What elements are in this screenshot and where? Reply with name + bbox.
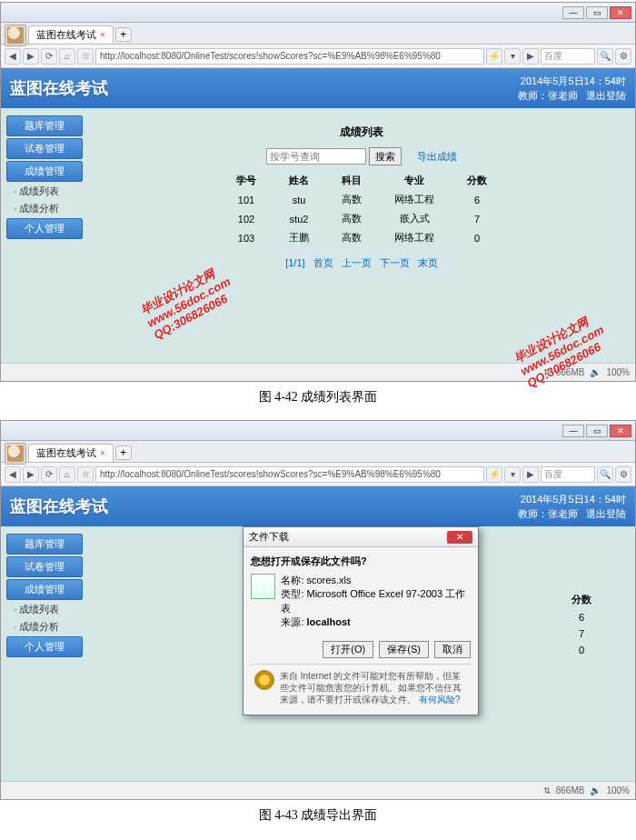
nav-back-icon[interactable]: ◀ bbox=[5, 466, 21, 483]
export-link[interactable]: 导出成绩 bbox=[417, 151, 457, 162]
dialog-title: 文件下载 bbox=[249, 530, 289, 544]
browser-tab[interactable]: 蓝图在线考试 × bbox=[28, 444, 114, 462]
pager: [1/1] 首页 上一页 下一页 末页 bbox=[97, 256, 626, 270]
dropdown-icon[interactable]: ▾ bbox=[504, 48, 521, 65]
score-table: 学号 姓名 科目 专业 分数 101stu高数网络工程6 102stu2高数嵌入… bbox=[220, 171, 503, 247]
sidebar-sub-score-list[interactable]: 成绩列表 bbox=[14, 602, 83, 617]
app-banner: 蓝图在线考试 2014年5月5日14：54时 教师：张老师 退出登陆 bbox=[1, 486, 635, 526]
nav-star-icon[interactable]: ☆ bbox=[77, 466, 94, 483]
col-major: 专业 bbox=[378, 171, 451, 190]
col-score: 分数 bbox=[451, 171, 503, 190]
excel-file-icon bbox=[251, 574, 275, 599]
sidebar-sub-score-list[interactable]: 成绩列表 bbox=[14, 184, 83, 199]
address-bar[interactable]: http://localhost:8080/OnlineTest/scores!… bbox=[95, 48, 484, 65]
teacher-label: 教师： bbox=[518, 90, 548, 101]
app-body: 题库管理 试卷管理 成绩管理 成绩列表 成绩分析 个人管理 分数 6 7 0 文… bbox=[1, 526, 635, 781]
nav-reload-icon[interactable]: ⟳ bbox=[41, 466, 57, 483]
pager-prev[interactable]: 上一页 bbox=[342, 257, 372, 268]
tab-title: 蓝图在线考试 bbox=[36, 28, 96, 42]
search-engine-box[interactable]: 百度 bbox=[541, 466, 595, 483]
dropdown-icon[interactable]: ▾ bbox=[504, 466, 521, 483]
play-icon[interactable]: ▶ bbox=[522, 48, 539, 65]
nav-star-icon[interactable]: ☆ bbox=[77, 48, 94, 65]
sidebar-item-scores[interactable]: 成绩管理 bbox=[6, 161, 83, 182]
pager-first[interactable]: 首页 bbox=[313, 257, 333, 268]
status-bar: ⇅ 866MB 🔉 100% bbox=[1, 781, 635, 799]
dialog-cancel-button[interactable]: 取消 bbox=[434, 641, 471, 658]
window-minimize[interactable]: — bbox=[562, 6, 584, 19]
sidebar-item-personal[interactable]: 个人管理 bbox=[6, 218, 83, 239]
status-sound-icon: 🔉 bbox=[590, 785, 601, 795]
sidebar-item-scores[interactable]: 成绩管理 bbox=[6, 579, 83, 600]
screenshot-1: — ▭ ✕ 蓝图在线考试 × + ◀ ▶ ⟳ ⌂ ☆ http://localh… bbox=[0, 2, 636, 382]
tab-close-icon[interactable]: × bbox=[100, 448, 105, 458]
avatar bbox=[5, 25, 26, 46]
tab-close-icon[interactable]: × bbox=[100, 30, 105, 40]
dialog-close-icon[interactable]: ✕ bbox=[447, 531, 472, 544]
table-row: 103王鹏高数网络工程0 bbox=[220, 228, 503, 247]
logout-link[interactable]: 退出登陆 bbox=[586, 90, 626, 101]
logout-link[interactable]: 退出登陆 bbox=[586, 508, 626, 519]
pager-next[interactable]: 下一页 bbox=[380, 257, 410, 268]
address-bar[interactable]: http://localhost:8080/OnlineTest/scores!… bbox=[95, 466, 484, 483]
settings-icon[interactable]: ⚙ bbox=[615, 466, 631, 483]
bolt-icon[interactable]: ⚡ bbox=[486, 48, 502, 65]
sidebar-sub-score-analysis[interactable]: 成绩分析 bbox=[14, 201, 83, 216]
dialog-save-button[interactable]: 保存(S) bbox=[379, 641, 429, 658]
status-zoom: 100% bbox=[606, 367, 630, 377]
browser-toolbar: ◀ ▶ ⟳ ⌂ ☆ http://localhost:8080/OnlineTe… bbox=[1, 45, 635, 68]
nav-home-icon[interactable]: ⌂ bbox=[59, 466, 75, 483]
dialog-risk-link[interactable]: 有何风险? bbox=[419, 695, 461, 705]
window-maximize[interactable]: ▭ bbox=[586, 6, 608, 19]
tab-title: 蓝图在线考试 bbox=[36, 446, 96, 460]
settings-icon[interactable]: ⚙ bbox=[615, 48, 631, 65]
app-body: 题库管理 试卷管理 成绩管理 成绩列表 成绩分析 个人管理 成绩列表 搜索 导出… bbox=[1, 108, 635, 363]
window-titlebar: — ▭ ✕ bbox=[1, 3, 635, 23]
browser-tab[interactable]: 蓝图在线考试 × bbox=[28, 25, 114, 44]
window-close[interactable]: ✕ bbox=[610, 425, 631, 437]
dialog-titlebar[interactable]: 文件下载 ✕ bbox=[243, 527, 478, 547]
search-icon[interactable]: 🔍 bbox=[597, 466, 613, 483]
sidebar-item-paper[interactable]: 试卷管理 bbox=[6, 556, 83, 577]
nav-back-icon[interactable]: ◀ bbox=[5, 48, 21, 65]
status-bar: ⇅ 866MB 🔉 100% bbox=[1, 363, 635, 381]
pager-last[interactable]: 末页 bbox=[418, 257, 438, 268]
app-title: 蓝图在线考试 bbox=[10, 77, 108, 99]
nav-forward-icon[interactable]: ▶ bbox=[23, 466, 39, 483]
sidebar-item-question-bank[interactable]: 题库管理 bbox=[6, 534, 83, 555]
dialog-open-button[interactable]: 打开(O) bbox=[323, 641, 373, 658]
sidebar-item-personal[interactable]: 个人管理 bbox=[6, 636, 83, 657]
window-maximize[interactable]: ▭ bbox=[586, 425, 608, 437]
search-input[interactable] bbox=[266, 148, 366, 165]
nav-reload-icon[interactable]: ⟳ bbox=[41, 48, 57, 65]
search-engine-box[interactable]: 百度 bbox=[541, 48, 595, 65]
watermark: 毕业设计论文网 www.56doc.com QQ:306826066 bbox=[138, 262, 239, 343]
search-button[interactable]: 搜索 bbox=[369, 147, 402, 165]
window-close[interactable]: ✕ bbox=[610, 6, 631, 19]
browser-tabbar: 蓝图在线考试 × + bbox=[1, 441, 635, 463]
bolt-icon[interactable]: ⚡ bbox=[486, 466, 502, 483]
tab-add-button[interactable]: + bbox=[115, 445, 132, 460]
sidebar-item-paper[interactable]: 试卷管理 bbox=[6, 138, 83, 159]
figure-caption-2: 图 4-43 成绩导出界面 bbox=[0, 807, 636, 824]
status-net-icon: ⇅ bbox=[543, 367, 551, 377]
teacher-label: 教师： bbox=[518, 508, 548, 519]
search-icon[interactable]: 🔍 bbox=[597, 48, 613, 65]
screenshot-2: — ▭ ✕ 蓝图在线考试 × + ◀ ▶ ⟳ ⌂ ☆ http://localh… bbox=[0, 420, 636, 800]
window-minimize[interactable]: — bbox=[562, 425, 584, 437]
browser-tabbar: 蓝图在线考试 × + bbox=[1, 23, 635, 45]
figure-caption-1: 图 4-42 成绩列表界面 bbox=[0, 389, 636, 405]
status-net-icon: ⇅ bbox=[543, 785, 551, 795]
play-icon[interactable]: ▶ bbox=[522, 466, 539, 483]
col-name: 姓名 bbox=[273, 171, 325, 190]
sidebar-sub-score-analysis[interactable]: 成绩分析 bbox=[14, 619, 83, 635]
nav-forward-icon[interactable]: ▶ bbox=[23, 48, 39, 65]
main-panel: 成绩列表 搜索 导出成绩 学号 姓名 科目 专业 分数 101stu高数网络工程… bbox=[88, 108, 635, 363]
main-panel: 分数 6 7 0 文件下载 ✕ 您想打开或保存此文件吗? 名称: scores.… bbox=[88, 526, 635, 781]
sidebar-item-question-bank[interactable]: 题库管理 bbox=[6, 115, 83, 136]
tab-add-button[interactable]: + bbox=[115, 27, 132, 42]
nav-home-icon[interactable]: ⌂ bbox=[59, 48, 75, 65]
pager-index: [1/1] bbox=[285, 257, 304, 268]
app-banner: 蓝图在线考试 2014年5月5日14：54时 教师：张老师 退出登陆 bbox=[1, 68, 635, 108]
sidebar: 题库管理 试卷管理 成绩管理 成绩列表 成绩分析 个人管理 bbox=[1, 526, 88, 781]
